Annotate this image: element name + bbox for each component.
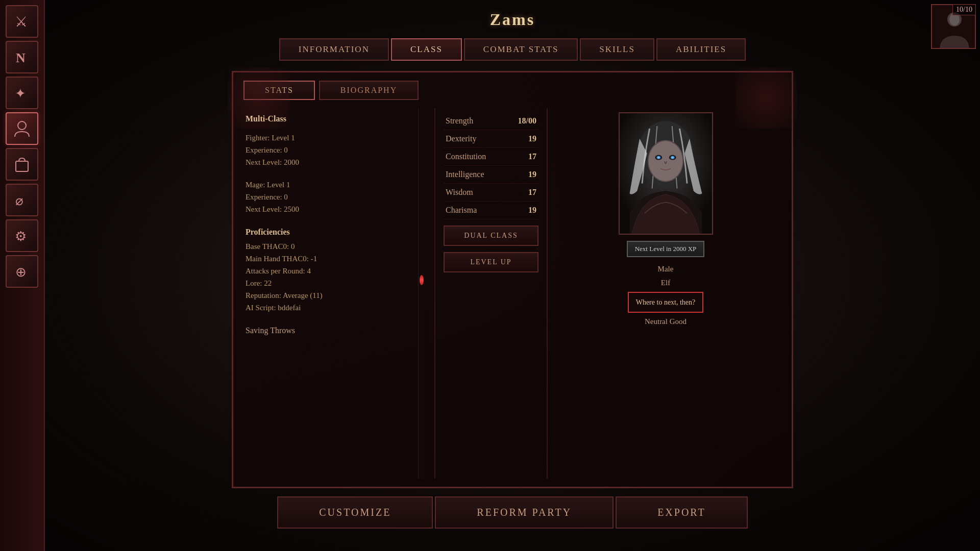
fighter-class-line: Fighter: Level 1 xyxy=(246,132,416,144)
sub-tab-bar: STATS BIOGRAPHY xyxy=(233,72,792,100)
svg-text:⚙: ⚙ xyxy=(15,229,27,244)
mage-next-line: Next Level: 2500 xyxy=(246,203,416,215)
wisdom-label: Wisdom xyxy=(446,188,473,197)
tab-combat-stats[interactable]: COMBAT STATS xyxy=(464,38,578,61)
char-speech[interactable]: Where to next, then? xyxy=(628,292,704,313)
customize-button[interactable]: CUSTOMIZE xyxy=(277,496,433,529)
prof-lore: Lore: 22 xyxy=(246,277,416,289)
multiclass-label: Multi-Class xyxy=(246,112,416,126)
sub-tab-stats[interactable]: STATS xyxy=(243,81,315,100)
main-panel: STATS BIOGRAPHY Multi-Class Fighter: Lev… xyxy=(232,71,793,488)
character-info: Male Elf Where to next, then? Neutral Go… xyxy=(628,262,704,329)
saving-throws-header: Saving Throws xyxy=(246,324,416,337)
tab-information[interactable]: INFORMATION xyxy=(279,38,389,61)
intelligence-value: 19 xyxy=(528,170,536,179)
char-alignment: Neutral Good xyxy=(628,315,704,329)
attr-charisma: Charisma 19 xyxy=(444,202,538,219)
prof-thac0-base: Base THAC0: 0 xyxy=(246,240,416,253)
fighter-next-line: Next Level: 2000 xyxy=(246,156,416,168)
tab-skills[interactable]: SKILLS xyxy=(580,38,654,61)
svg-point-14 xyxy=(648,141,682,181)
scroll-indicator[interactable] xyxy=(418,108,425,479)
reform-party-button[interactable]: REFORM PARTY xyxy=(435,496,614,529)
intelligence-label: Intelligence xyxy=(446,170,484,179)
sidebar-item-nav[interactable]: N xyxy=(6,41,38,73)
dexterity-label: Dexterity xyxy=(446,134,476,143)
attr-wisdom: Wisdom 17 xyxy=(444,184,538,202)
svg-text:⌀: ⌀ xyxy=(15,193,23,208)
svg-rect-4 xyxy=(16,161,28,171)
prof-thac0-main: Main Hand THAC0: -1 xyxy=(246,253,416,265)
tab-abilities[interactable]: ABILITIES xyxy=(656,38,746,61)
svg-point-20 xyxy=(671,157,673,159)
attr-constitution: Constitution 17 xyxy=(444,148,538,166)
prof-ai-script: AI Script: bddefai xyxy=(246,302,416,314)
portrait-count: 10/10 xyxy=(952,4,976,15)
svg-text:⚔: ⚔ xyxy=(15,14,28,30)
constitution-value: 17 xyxy=(528,152,536,161)
sidebar: ⚔ N ✦ ⌀ ⚙ ⊕ xyxy=(0,0,45,551)
sidebar-item-bag[interactable] xyxy=(6,148,38,181)
panel-body: Multi-Class Fighter: Level 1 Experience:… xyxy=(233,100,792,487)
svg-text:N: N xyxy=(16,51,26,65)
scroll-thumb xyxy=(420,275,424,285)
attr-strength: Strength 18/00 xyxy=(444,112,538,130)
charisma-value: 19 xyxy=(528,206,536,215)
prof-attacks: Attacks per Round: 4 xyxy=(246,265,416,277)
sidebar-item-portrait[interactable] xyxy=(6,112,38,145)
attr-intelligence: Intelligence 19 xyxy=(444,166,538,184)
dexterity-value: 19 xyxy=(528,134,536,143)
sidebar-item-map[interactable]: ⚔ xyxy=(6,5,38,38)
stats-content: Multi-Class Fighter: Level 1 Experience:… xyxy=(241,108,426,341)
svg-point-3 xyxy=(18,121,26,130)
constitution-label: Constitution xyxy=(446,152,486,161)
sidebar-item-spell[interactable]: ⊕ xyxy=(6,255,38,288)
svg-text:⊕: ⊕ xyxy=(15,265,27,280)
mage-class-line: Mage: Level 1 xyxy=(246,179,416,191)
svg-point-19 xyxy=(657,157,659,159)
strength-value: 18/00 xyxy=(518,116,536,126)
class-stats-section: Multi-Class Fighter: Level 1 Experience:… xyxy=(241,108,435,479)
strength-label: Strength xyxy=(446,116,473,126)
charisma-label: Charisma xyxy=(446,206,477,215)
tab-bar: INFORMATION CLASS COMBAT STATS SKILLS AB… xyxy=(279,38,746,61)
sidebar-item-feather[interactable]: ✦ xyxy=(6,77,38,109)
fighter-exp-line: Experience: 0 xyxy=(246,144,416,156)
char-race: Elf xyxy=(628,276,704,290)
mage-exp-line: Experience: 0 xyxy=(246,191,416,203)
export-button[interactable]: EXPORT xyxy=(616,496,748,529)
action-bar: CUSTOMIZE REFORM PARTY EXPORT xyxy=(277,488,747,541)
character-portrait xyxy=(619,112,713,235)
wisdom-value: 17 xyxy=(528,188,536,197)
svg-text:✦: ✦ xyxy=(15,86,26,101)
next-level-badge: Next Level in 2000 XP xyxy=(627,241,705,257)
sub-tab-biography[interactable]: BIOGRAPHY xyxy=(319,81,419,100)
dual-class-button[interactable]: DUAL CLASS xyxy=(444,226,538,246)
sidebar-item-gear[interactable]: ⚙ xyxy=(6,219,38,252)
portrait-section: Next Level in 2000 XP Male Elf Where to … xyxy=(548,108,783,479)
level-up-button[interactable]: LEVEL UP xyxy=(444,252,538,272)
sidebar-item-scroll[interactable]: ⌀ xyxy=(6,184,38,216)
char-gender: Male xyxy=(628,262,704,276)
proficiencies-header: Proficiencies xyxy=(246,226,416,239)
character-name: Zams xyxy=(490,10,535,29)
attributes-section: Strength 18/00 Dexterity 19 Constitution… xyxy=(435,108,548,479)
prof-reputation: Reputation: Average (11) xyxy=(246,289,416,302)
main-content: Zams INFORMATION CLASS COMBAT STATS SKIL… xyxy=(45,0,980,551)
attr-dexterity: Dexterity 19 xyxy=(444,130,538,148)
tab-class[interactable]: CLASS xyxy=(391,38,462,61)
